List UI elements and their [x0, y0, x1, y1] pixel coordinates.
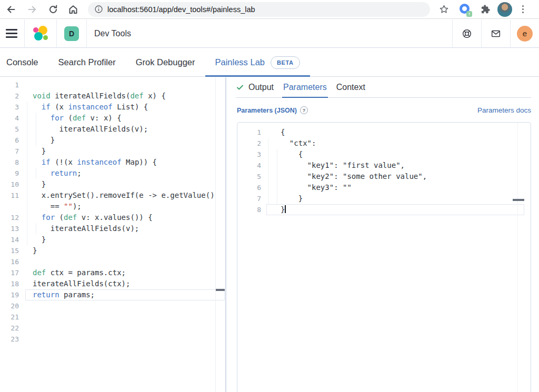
line-number: 7 [237, 193, 266, 204]
code-line[interactable]: 22 [0, 323, 225, 334]
code-line[interactable]: 7 } [0, 146, 225, 157]
browser-toolbar: localhost:5601/app/dev_tools#/painless_l… [0, 0, 539, 19]
tab-painless-lab[interactable]: Painless Lab BETA [205, 48, 310, 76]
extension-icon[interactable]: ! [460, 4, 471, 15]
line-number: 4 [0, 113, 25, 124]
cursor-overview-mark [216, 289, 225, 291]
code-line[interactable]: 16 [0, 256, 225, 267]
line-number: 5 [0, 124, 25, 135]
editor-overview-ruler [517, 123, 518, 392]
code-line[interactable]: 5 iterateAllFields(v); [0, 124, 225, 135]
code-line[interactable]: 4 "key1": "first value", [237, 160, 531, 171]
site-info-icon[interactable] [94, 5, 103, 14]
code-line[interactable]: 14 } [0, 234, 225, 245]
elastic-logo[interactable] [33, 26, 48, 42]
code-line[interactable]: 2 "ctx": [237, 138, 531, 149]
beta-badge: BETA [271, 56, 300, 69]
code-line[interactable]: 12 for (def v: x.values()) { [0, 212, 225, 223]
code-line[interactable]: 18iterateAllFields(ctx); [0, 278, 225, 289]
extension-badge: ! [466, 11, 472, 17]
editor-overview-ruler [215, 77, 216, 392]
code-line[interactable]: 11 x.entrySet().removeIf(e -> e.getValue… [0, 190, 225, 201]
line-number: 23 [0, 334, 25, 345]
line-number: 19 [0, 289, 25, 300]
space-avatar[interactable]: D [64, 26, 79, 41]
code-line[interactable]: 2void iterateAllFields(def x) { [0, 91, 225, 102]
code-line[interactable]: 4 for (def v: x) { [0, 113, 225, 124]
line-number: 8 [0, 157, 25, 168]
line-number: 2 [0, 91, 25, 102]
help-question-icon[interactable]: ? [300, 106, 308, 114]
browser-profile-avatar[interactable] [497, 2, 512, 17]
line-number: 4 [237, 160, 266, 171]
code-line[interactable]: 8} [237, 204, 531, 215]
code-line[interactable]: 1{ [237, 127, 531, 138]
tab-grok-debugger[interactable]: Grok Debugger [126, 48, 205, 76]
line-number: 1 [237, 127, 266, 138]
menu-hamburger-icon[interactable] [6, 29, 17, 38]
line-number: 13 [0, 223, 25, 234]
address-bar[interactable]: localhost:5601/app/dev_tools#/painless_l… [88, 2, 430, 17]
tab-console[interactable]: Console [0, 48, 48, 76]
line-number: 10 [0, 179, 25, 190]
tab-search-profiler[interactable]: Search Profiler [48, 48, 126, 76]
code-line[interactable]: 10 } [0, 179, 225, 190]
page-title: Dev Tools [94, 29, 131, 38]
code-line[interactable]: 6 } [0, 135, 225, 146]
code-line[interactable]: == ""); [0, 201, 225, 212]
output-tab-bar: Output Parameters Context [236, 77, 531, 98]
line-number: 3 [237, 149, 266, 160]
line-number: 5 [237, 171, 266, 182]
cursor-overview-mark [513, 199, 524, 201]
painless-lab-content: 12void iterateAllFields(def x) {3 if (x … [0, 77, 539, 392]
line-number: 22 [0, 323, 25, 334]
painless-code-editor[interactable]: 12void iterateAllFields(def x) {3 if (x … [0, 79, 225, 345]
tab-output[interactable]: Output [236, 77, 274, 97]
tab-context[interactable]: Context [336, 77, 365, 97]
back-icon[interactable] [5, 3, 17, 16]
help-lifering-icon[interactable] [453, 19, 481, 48]
bookmark-star-icon[interactable] [437, 3, 450, 16]
line-number: 3 [0, 102, 25, 113]
code-line[interactable]: 6 "key3": "" [237, 182, 531, 193]
parameters-json-editor[interactable]: 1{2 "ctx":3 {4 "key1": "first value",5 "… [237, 122, 531, 392]
browser-menu-icon[interactable] [518, 5, 527, 13]
home-icon[interactable] [67, 3, 79, 16]
code-line[interactable]: 5 "key2": "some other value", [237, 171, 531, 182]
tab-parameters[interactable]: Parameters [283, 77, 327, 97]
line-number: 11 [0, 190, 25, 201]
code-line[interactable]: 1 [0, 79, 225, 91]
parameters-json-label: Parameters (JSON) [237, 107, 297, 114]
user-avatar[interactable]: e [511, 19, 539, 48]
line-number: 6 [0, 135, 25, 146]
dev-tools-tab-bar: Console Search Profiler Grok Debugger Pa… [0, 48, 539, 77]
line-number: 1 [0, 79, 25, 91]
code-line[interactable]: 7 } [237, 193, 531, 204]
code-line[interactable]: 15} [0, 245, 225, 256]
code-line[interactable]: 3 { [237, 149, 531, 160]
line-number: 17 [0, 267, 25, 278]
extensions-puzzle-icon[interactable] [478, 3, 491, 16]
line-number: 2 [237, 138, 266, 149]
code-line[interactable]: 9 return; [0, 168, 225, 179]
text-cursor [285, 205, 286, 213]
code-line[interactable]: 17def ctx = params.ctx; [0, 267, 225, 278]
code-line[interactable]: 19return params; [0, 289, 225, 300]
code-line[interactable]: 23 [0, 334, 225, 345]
line-number: 20 [0, 300, 25, 311]
code-line[interactable]: 20 [0, 300, 225, 311]
line-number: 9 [0, 168, 25, 179]
code-line[interactable]: 3 if (x instanceof List) { [0, 102, 225, 113]
line-number: 12 [0, 212, 25, 223]
code-line[interactable]: 13 iterateAllFields(v); [0, 223, 225, 234]
line-number: 16 [0, 256, 25, 267]
code-line[interactable]: 21 [0, 311, 225, 323]
code-line[interactable]: 8 if (!(x instanceof Map)) { [0, 157, 225, 168]
url-text[interactable]: localhost:5601/app/dev_tools#/painless_l… [107, 5, 255, 14]
line-number: 14 [0, 234, 25, 245]
parameters-docs-link[interactable]: Parameters docs [477, 106, 531, 114]
parameters-json-rows[interactable]: 1{2 "ctx":3 {4 "key1": "first value",5 "… [237, 127, 531, 215]
forward-icon[interactable] [26, 3, 38, 16]
newsfeed-envelope-icon[interactable] [482, 19, 510, 48]
reload-icon[interactable] [47, 3, 59, 16]
